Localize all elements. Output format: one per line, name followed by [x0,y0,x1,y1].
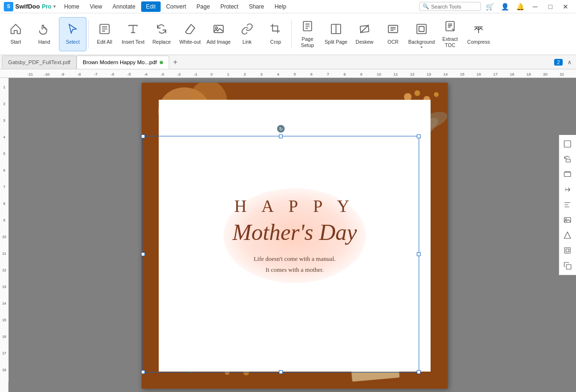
menu-page[interactable]: Page [192,1,215,12]
cart-button[interactable]: 🛒 [483,0,496,13]
tool-page-setup[interactable]: Page Setup [294,17,321,51]
rt-crop-tool[interactable] [560,137,575,151]
replace-icon [155,23,168,37]
svg-text:11: 11 [2,252,6,255]
tab-modified-indicator [160,61,163,64]
tool-add-image[interactable]: Add Image [205,17,232,51]
user-button[interactable]: 👤 [498,0,511,13]
svg-text:-4: -4 [144,72,148,76]
menu-share[interactable]: Share [244,1,269,12]
page-count-badge: 2 [554,59,563,66]
rt-image-tool[interactable] [560,213,575,227]
tool-select[interactable]: Select [59,17,86,51]
crop-label: Crop [270,39,281,45]
svg-text:5: 5 [294,72,296,76]
menu-protect[interactable]: Protect [216,1,243,12]
rt-shape-tool[interactable] [560,228,575,242]
tool-edit-all[interactable]: Edit All [91,17,118,51]
tool-hand[interactable]: Hand [30,17,58,51]
background-dropdown-arrow: ▾ [421,45,422,49]
tool-ocr[interactable]: OCR [379,17,407,51]
compress-label: Compress [467,39,490,45]
rt-frame-tool[interactable] [560,243,575,258]
svg-text:14: 14 [2,302,6,305]
start-icon [10,23,22,37]
rt-rotate-tool[interactable] [560,152,575,166]
split-page-label: Split Page [325,39,347,45]
svg-rect-84 [565,172,570,172]
svg-point-86 [566,219,567,220]
svg-text:7: 7 [327,72,329,76]
svg-text:-5: -5 [127,72,131,76]
svg-text:8: 8 [344,72,346,76]
menu-edit[interactable]: Edit [141,1,161,12]
card-happy-text: H A P P Y [234,196,355,216]
svg-text:-6: -6 [111,72,115,76]
title-bar-right: 🔍 Search Tools 🛒 👤 🔔 ─ □ ✕ [415,0,576,13]
svg-text:6: 6 [3,169,5,172]
svg-text:12: 12 [2,268,6,272]
card-background: H A P P Y Mother's Day Life doesn't come… [142,83,448,389]
maximize-button[interactable]: □ [544,0,557,13]
svg-marker-87 [564,232,571,239]
svg-text:-3: -3 [161,72,164,76]
menu-convert[interactable]: Convert [162,1,191,12]
tool-insert-text[interactable]: Insert Text [119,17,147,51]
rt-forward-tool[interactable] [560,182,575,197]
minimize-button[interactable]: ─ [528,0,542,13]
tool-extract-toc[interactable]: Extract TOC [436,17,464,51]
ocr-label: OCR [387,39,398,45]
tool-deskew[interactable]: Deskew [351,17,378,51]
tab-gatsby[interactable]: Gatsby_PDF_FullText.pdf [2,56,77,69]
menu-view[interactable]: View [85,1,107,12]
tool-split-page[interactable]: Split Page [322,17,350,51]
tool-link[interactable]: Link [233,17,261,51]
search-tools-box[interactable]: 🔍 Search Tools [419,2,481,11]
menu-help[interactable]: Help [270,1,291,12]
app-dropdown[interactable]: ▾ [53,4,56,9]
tool-compress[interactable]: Compress [465,17,492,51]
rt-align-tool[interactable] [560,198,575,212]
svg-point-66 [414,90,420,96]
notification-button[interactable]: 🔔 [513,0,527,13]
search-tools-label: Search Tools [431,4,461,10]
split-page-icon [330,23,342,37]
tab-mothers-day[interactable]: Brown Modern Happy Mo...pdf [77,56,169,69]
svg-text:15: 15 [460,72,464,76]
app-logo: S SwifDoo Pro ▾ [0,2,59,11]
svg-rect-89 [566,249,569,252]
svg-text:-1: -1 [194,72,198,76]
svg-rect-90 [566,265,571,269]
svg-text:-2: -2 [177,72,181,76]
svg-text:4: 4 [277,72,279,76]
svg-text:20: 20 [543,72,547,76]
deskew-label: Deskew [355,39,373,45]
svg-text:12: 12 [410,72,414,76]
select-icon [67,23,79,37]
tool-white-out[interactable]: White-out [176,17,204,51]
app-tier: Pro [42,3,51,10]
svg-text:-11: -11 [28,72,33,76]
svg-point-2 [216,27,218,29]
menu-home[interactable]: Home [59,1,84,12]
card-mothers-day-text: Mother's Day [232,219,357,245]
content-wrapper: -11 -10 -9 -8 -7 -6 -5 -4 -3 -2 -1 0 1 2… [0,69,576,392]
collapse-tab-button[interactable]: ∧ [565,57,574,67]
link-icon [241,23,253,37]
svg-text:9: 9 [360,72,363,76]
tool-start[interactable]: Start [2,17,29,51]
svg-text:18: 18 [2,368,6,372]
add-tab-button[interactable]: + [169,56,182,68]
hand-label: Hand [38,39,50,45]
tool-background[interactable]: Background ▾ [408,17,435,51]
svg-text:17: 17 [2,352,6,355]
svg-text:7: 7 [3,185,5,189]
svg-text:18: 18 [510,72,514,76]
tool-crop[interactable]: Crop [262,17,289,51]
tool-replace[interactable]: Replace [148,17,175,51]
rt-copy-tool[interactable] [560,258,575,273]
main-toolbar: Start Hand Select Edit All [0,13,576,55]
menu-annotate[interactable]: Annotate [108,1,140,12]
rt-layers-tool[interactable] [560,167,575,182]
close-button[interactable]: ✕ [559,0,572,13]
